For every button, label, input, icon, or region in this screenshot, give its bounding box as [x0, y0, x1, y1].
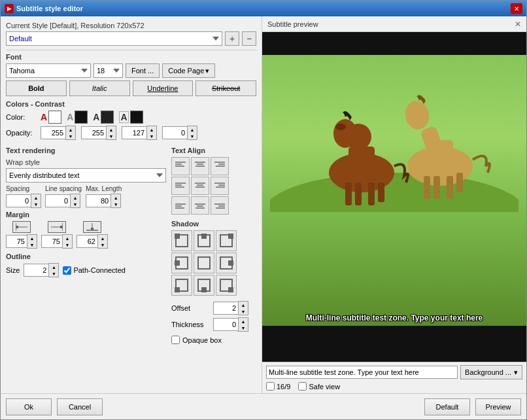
line-spacing-up[interactable]: ▲	[71, 194, 80, 201]
opacity-down-1[interactable]: ▼	[66, 133, 75, 139]
align-top-right[interactable]	[211, 157, 229, 175]
shadow-bottom-left[interactable]	[171, 275, 192, 296]
style-dropdown[interactable]: Default	[6, 31, 222, 46]
offset-up[interactable]: ▲	[239, 302, 248, 308]
opaque-box-checkbox[interactable]	[171, 336, 180, 344]
shadow-top[interactable]	[194, 230, 214, 251]
opaque-box-row: Opaque box	[171, 336, 256, 344]
max-length-up[interactable]: ▲	[111, 194, 120, 201]
opacity-input-1[interactable]	[41, 126, 65, 139]
svg-point-54	[403, 99, 431, 131]
preview-text-input[interactable]	[266, 366, 458, 379]
add-style-button[interactable]: +	[225, 31, 239, 46]
margin-vertical-spinners: ▲ ▼	[97, 234, 108, 249]
preview-button[interactable]: Preview	[475, 398, 521, 415]
shadow-left[interactable]	[171, 253, 192, 273]
align-middle-center[interactable]	[191, 177, 209, 195]
color-swatch-2[interactable]	[75, 111, 88, 124]
line-spacing-input[interactable]	[45, 194, 70, 207]
shadow-none[interactable]	[194, 253, 214, 273]
outline-size-input[interactable]	[24, 264, 48, 277]
safe-view-checkbox[interactable]	[298, 382, 307, 391]
opacity-spin-3: ▲ ▼	[122, 126, 157, 140]
color-swatch-3[interactable]	[101, 111, 114, 124]
align-top-center[interactable]	[191, 157, 209, 175]
thickness-up[interactable]: ▲	[239, 318, 248, 324]
ratio-16-9-checkbox[interactable]	[266, 382, 275, 391]
horses-illustration	[270, 55, 518, 212]
thickness-input[interactable]	[213, 318, 238, 331]
font-button[interactable]: Font ...	[126, 63, 160, 78]
shadow-top-left[interactable]	[171, 230, 192, 251]
ratio-16-9-text: 16/9	[277, 383, 290, 391]
code-page-button[interactable]: Code Page ▾	[162, 63, 215, 78]
spacing-input[interactable]	[6, 194, 31, 207]
offset-row: Offset ▲ ▼	[171, 301, 256, 315]
margin-vertical-input[interactable]	[76, 235, 97, 248]
opacity-input-2[interactable]	[81, 126, 106, 139]
color-swatch-1[interactable]	[48, 111, 61, 124]
opacity-down-2[interactable]: ▼	[107, 133, 116, 139]
margin-right-down[interactable]: ▼	[63, 241, 72, 248]
color-swatch-4[interactable]	[130, 111, 143, 124]
align-middle-right[interactable]	[211, 177, 229, 195]
opacity-up-3[interactable]: ▲	[147, 126, 156, 133]
path-connected-checkbox[interactable]	[63, 266, 71, 275]
underline-button[interactable]: Underline	[133, 80, 194, 96]
color-icon-1: A	[41, 112, 47, 122]
preview-text-row: Background ... ▾	[266, 365, 522, 379]
align-bottom-left[interactable]	[171, 196, 190, 215]
thickness-down[interactable]: ▼	[239, 324, 248, 331]
opacity-input-3[interactable]	[122, 126, 146, 139]
align-top-left[interactable]	[171, 157, 190, 175]
ok-button[interactable]: Ok	[6, 398, 52, 415]
offset-down[interactable]: ▼	[239, 308, 248, 315]
preview-top-bar	[262, 32, 526, 55]
shadow-bottom[interactable]	[194, 275, 214, 296]
cancel-button[interactable]: Cancel	[57, 398, 103, 415]
margin-left-input[interactable]	[6, 235, 27, 248]
outline-size-up[interactable]: ▲	[49, 264, 58, 270]
opacity-input-4[interactable]	[162, 126, 187, 139]
preview-close-button[interactable]: ✕	[515, 20, 521, 29]
background-dropdown-button[interactable]: Background ... ▾	[460, 365, 522, 379]
font-size-dropdown[interactable]: 18	[94, 63, 123, 78]
shadow-top-right[interactable]	[216, 230, 237, 251]
window-close-button[interactable]: ✕	[511, 3, 522, 14]
spacing-up[interactable]: ▲	[31, 194, 41, 201]
strikeout-button[interactable]: Strikeout	[196, 80, 256, 96]
margin-right-input[interactable]	[41, 235, 62, 248]
align-bottom-right[interactable]	[211, 196, 229, 215]
opacity-up-1[interactable]: ▲	[66, 126, 75, 133]
line-spacing-down[interactable]: ▼	[71, 201, 80, 207]
wrap-style-dropdown[interactable]: Evenly distributed text	[6, 168, 166, 183]
opacity-up-4[interactable]: ▲	[188, 126, 197, 133]
shadow-bottom-right[interactable]	[216, 275, 237, 296]
current-style-label: Current Style [Default], Resolution 720x…	[6, 22, 256, 29]
margin-left-up[interactable]: ▲	[27, 235, 37, 241]
italic-button[interactable]: Italic	[69, 80, 130, 96]
max-length-input[interactable]	[86, 194, 110, 207]
align-bottom-center[interactable]	[191, 196, 209, 215]
opacity-up-2[interactable]: ▲	[107, 126, 116, 133]
offset-input[interactable]	[213, 302, 238, 315]
margin-left-down[interactable]: ▼	[27, 241, 37, 248]
max-length-down[interactable]: ▼	[111, 201, 120, 207]
font-name-dropdown[interactable]: Tahoma	[6, 63, 91, 78]
font-style-buttons: Bold Italic Underline Strikeout	[6, 80, 256, 96]
main-window: ▶ Subtitle style editor ✕ Current Style …	[0, 0, 527, 420]
outline-size-down[interactable]: ▼	[49, 270, 58, 277]
margin-right-up[interactable]: ▲	[63, 235, 72, 241]
align-middle-left[interactable]	[171, 177, 190, 195]
bold-button[interactable]: Bold	[6, 80, 67, 96]
remove-style-button[interactable]: −	[242, 31, 256, 46]
opacity-down-4[interactable]: ▼	[188, 133, 197, 139]
bottom-right-buttons: Default Preview	[424, 398, 521, 415]
shadow-right[interactable]	[216, 253, 237, 273]
margin-vertical-up[interactable]: ▲	[98, 235, 107, 241]
spacing-down[interactable]: ▼	[31, 201, 41, 207]
margin-vertical-down[interactable]: ▼	[98, 241, 107, 248]
preview-bottom-bar	[262, 326, 526, 362]
opacity-down-3[interactable]: ▼	[147, 133, 156, 139]
default-button[interactable]: Default	[424, 398, 470, 415]
